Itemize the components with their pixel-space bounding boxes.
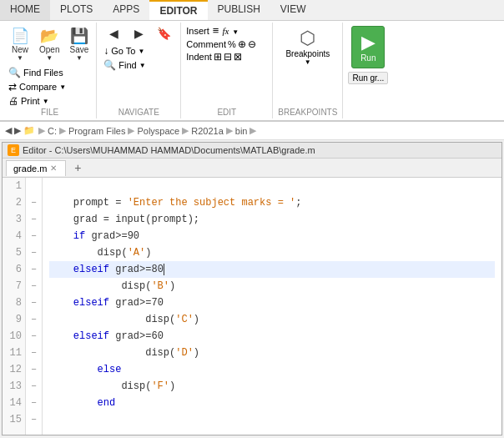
breadcrumb-sep2: ▶: [59, 125, 66, 136]
editor-title-text: Editor - C:\Users\MUHAMMAD HAMMAD\Docume…: [23, 145, 315, 155]
find-button[interactable]: 🔍 Find ▼: [102, 58, 175, 72]
breadcrumb-program-files[interactable]: Program Files: [68, 126, 125, 136]
run-button[interactable]: ▶ Run: [351, 26, 385, 68]
tab-bar: grade.m ✕ +: [3, 159, 501, 178]
goto-button[interactable]: ↓ Go To ▼: [102, 44, 175, 58]
comment-label: Comment: [186, 39, 226, 49]
code-line-14: end: [49, 395, 495, 411]
line-numbers: 1 2 3 4 5 6 7 8 9 10 11 12 13 14 15: [3, 178, 26, 435]
code-line-7: disp('B'): [49, 278, 495, 295]
print-icon: 🖨: [8, 95, 18, 107]
menu-editor[interactable]: EDITOR: [149, 0, 207, 20]
find-dropdown-icon: ▼: [139, 62, 146, 69]
goto-icon: ↓: [103, 45, 108, 57]
new-dropdown-icon: ▼: [17, 54, 23, 62]
indent-more-btn[interactable]: ⊠: [234, 51, 242, 63]
comment-btn2[interactable]: ⊖: [248, 38, 256, 50]
indent-increase-btn[interactable]: ⊞: [214, 51, 222, 63]
toolbar-run-group: ▶ Run Run gr...: [343, 23, 393, 118]
insert-func-icon: ≡: [213, 24, 219, 37]
code-line-3: grad = input(prompt);: [49, 211, 495, 228]
menu-view[interactable]: VIEW: [270, 0, 316, 20]
back-button[interactable]: ◀: [102, 24, 125, 43]
menu-plots[interactable]: PLOTS: [50, 0, 103, 20]
fx-dropdown-icon: ▼: [232, 28, 239, 36]
toolbar-file-group: 📄 New ▼ 📂 Open ▼ 💾 Save ▼ 🔍 Find Files ⇄: [3, 23, 97, 118]
forward-nav-icon[interactable]: ▶: [14, 125, 21, 136]
bookmark-button[interactable]: 🔖: [152, 24, 175, 43]
edit-group-label: EDIT: [186, 108, 267, 117]
breadcrumb-sep4: ▶: [182, 125, 189, 136]
tab-label: grade.m: [13, 164, 47, 174]
breakpoints-dropdown-icon: ▼: [305, 58, 311, 66]
dash-column: – – – – – – – – – – – – – –: [26, 178, 43, 435]
menubar: HOME PLOTS APPS EDITOR PUBLISH VIEW: [0, 0, 504, 21]
menu-apps[interactable]: APPS: [103, 0, 149, 20]
insert-icon-btn[interactable]: ≡: [213, 24, 219, 37]
compare-dropdown-icon: ▼: [59, 83, 66, 91]
code-line-4: if grad>=90: [49, 228, 495, 244]
forward-icon: ▶: [134, 27, 144, 40]
breadcrumb-c[interactable]: C:: [48, 126, 57, 136]
new-button[interactable]: 📄 New ▼: [7, 24, 33, 64]
navigate-group-label: NAVIGATE: [102, 108, 175, 117]
editor-window: E Editor - C:\Users\MUHAMMAD HAMMAD\Docu…: [2, 142, 502, 435]
toolbar-navigate-group: ◀ ▶ 🔖 ↓ Go To ▼ 🔍 Find ▼ NAVIGATE: [97, 23, 181, 118]
compare-icon: ⇄: [8, 81, 17, 93]
toolbar: 📄 New ▼ 📂 Open ▼ 💾 Save ▼ 🔍 Find Files ⇄: [0, 21, 504, 122]
menu-publish[interactable]: PUBLISH: [208, 0, 270, 20]
save-icon: 💾: [70, 27, 88, 45]
breadcrumb-polyspace[interactable]: Polyspace: [137, 126, 179, 136]
find-files-button[interactable]: 🔍 Find Files: [7, 66, 93, 79]
save-button[interactable]: 💾 Save ▼: [65, 24, 93, 64]
code-line-13: disp('F'): [49, 378, 495, 395]
breadcrumb-bin[interactable]: bin: [235, 126, 248, 136]
bookmark-icon: 🔖: [157, 27, 171, 40]
print-button[interactable]: 🖨 Print ▼: [7, 94, 93, 108]
percent-icon: %: [228, 39, 236, 49]
code-area[interactable]: 1 2 3 4 5 6 7 8 9 10 11 12 13 14 15 – – …: [3, 178, 501, 435]
code-line-11: disp('D'): [49, 345, 495, 361]
open-button[interactable]: 📂 Open ▼: [35, 24, 63, 64]
breadcrumb-sep1: ▶: [38, 125, 45, 136]
toolbar-edit-group: Insert ≡ fx ▼ Comment % ⊕ ⊖ Indent ⊞ ⊟ ⊠…: [181, 23, 273, 118]
forward-button[interactable]: ▶: [127, 24, 150, 43]
editor-title-icon: E: [8, 144, 19, 156]
code-line-1: [49, 178, 495, 194]
compare-button[interactable]: ⇄ Compare ▼: [7, 80, 93, 93]
indent-label: Indent: [186, 52, 212, 62]
tab-add-button[interactable]: +: [68, 159, 88, 177]
print-dropdown-icon: ▼: [43, 98, 49, 105]
code-line-5: disp('A'): [49, 244, 495, 261]
code-line-8: elseif grad>=70: [49, 295, 495, 311]
folder-icon: 📁: [23, 125, 35, 136]
editor-titlebar: E Editor - C:\Users\MUHAMMAD HAMMAD\Docu…: [3, 143, 501, 159]
breadcrumb-sep3: ▶: [128, 125, 134, 136]
fx-label: fx: [222, 26, 229, 36]
comment-btn1[interactable]: ⊕: [238, 38, 246, 50]
tab-close-icon[interactable]: ✕: [50, 164, 57, 173]
find-files-icon: 🔍: [8, 67, 21, 78]
code-content[interactable]: prompt = 'Enter the subject marks = '; g…: [43, 178, 501, 435]
back-icon: ◀: [109, 27, 118, 40]
breadcrumb-r2021a[interactable]: R2021a: [191, 126, 224, 136]
goto-dropdown-icon: ▼: [138, 48, 144, 55]
fx-dropdown[interactable]: ▼: [232, 26, 239, 36]
code-line-6: elseif grad>=80: [49, 261, 495, 278]
find-icon: 🔍: [103, 59, 116, 71]
menu-home[interactable]: HOME: [0, 0, 50, 20]
tab-grade-m[interactable]: grade.m ✕: [6, 160, 66, 176]
breadcrumb-sep6: ▶: [249, 125, 256, 136]
breakpoints-button[interactable]: ⬡ Breakpoints ▼: [282, 24, 333, 69]
open-dropdown-icon: ▼: [46, 54, 53, 62]
new-icon: 📄: [11, 27, 29, 45]
code-line-10: elseif grad>=60: [49, 328, 495, 345]
breadcrumb-sep5: ▶: [226, 125, 233, 136]
back-nav-icon[interactable]: ◀: [5, 125, 12, 136]
code-line-2: prompt = 'Enter the subject marks = ';: [49, 194, 495, 211]
run-grad-button[interactable]: Run gr...: [348, 72, 388, 84]
run-icon: ▶: [361, 32, 375, 53]
indent-decrease-btn[interactable]: ⊟: [224, 51, 232, 63]
code-line-9: disp('C'): [49, 311, 495, 328]
code-line-15: [49, 411, 495, 428]
